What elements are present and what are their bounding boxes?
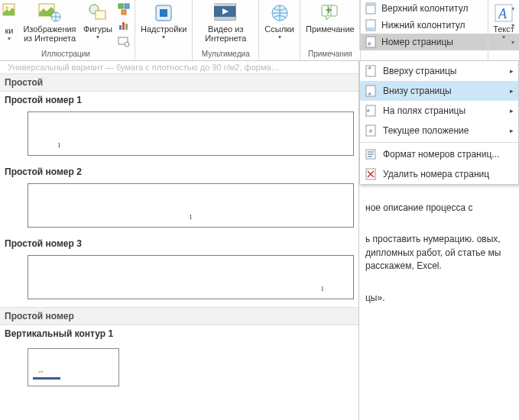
svg-rect-11 bbox=[125, 24, 128, 30]
chart-button[interactable] bbox=[117, 18, 131, 32]
pn-top-of-page[interactable]: # Вверху страницы ▸ bbox=[360, 61, 518, 81]
online-video-icon bbox=[214, 3, 237, 23]
header-icon bbox=[365, 2, 378, 15]
svg-rect-15 bbox=[160, 9, 167, 17]
svg-rect-23 bbox=[366, 3, 375, 6]
screenshot-button[interactable] bbox=[117, 34, 131, 48]
gallery-category-simple: Простой bbox=[0, 73, 358, 92]
svg-text:#: # bbox=[369, 128, 372, 134]
comment-icon: + bbox=[320, 3, 340, 23]
pn-current-position[interactable]: # Текущее положение ▸ bbox=[360, 121, 518, 141]
online-pictures-button[interactable]: Изображения из Интернета bbox=[20, 0, 79, 44]
text-icon: A bbox=[494, 3, 514, 23]
chart-icon bbox=[118, 19, 130, 31]
thumb-vertical-contour-1: 1 bbox=[28, 348, 119, 386]
links-icon bbox=[270, 3, 290, 23]
doc-line-1: ное описание процесса с bbox=[365, 202, 518, 215]
thumb-simple-2: 1 bbox=[28, 183, 354, 228]
addins-icon bbox=[154, 3, 174, 23]
doc-line-2: ь проставить нумерацию. овых, дипломных … bbox=[365, 233, 518, 273]
thumb-simple-3: 1 bbox=[28, 255, 354, 299]
gallery-option-3[interactable]: Простой номер 3 1 bbox=[0, 235, 358, 307]
addins-button[interactable]: Надстройки ▾ bbox=[138, 0, 189, 42]
multimedia-caption: Мультимедиа bbox=[202, 50, 250, 59]
illustrations-caption: Иллюстрации bbox=[41, 50, 90, 59]
svg-rect-5 bbox=[96, 11, 105, 19]
svg-rect-6 bbox=[118, 4, 123, 8]
svg-rect-9 bbox=[119, 25, 122, 30]
svg-point-1 bbox=[5, 6, 8, 9]
text-button[interactable]: A Текст ▾ bbox=[488, 0, 519, 42]
svg-rect-7 bbox=[125, 4, 129, 8]
footer-icon bbox=[365, 19, 378, 31]
svg-rect-25 bbox=[366, 27, 375, 31]
page-number-gallery: Универсальный вариант — бумага с плотнос… bbox=[0, 61, 359, 420]
pn-remove[interactable]: Удалить номера страниц bbox=[360, 164, 518, 184]
screenshot-icon bbox=[118, 35, 130, 47]
svg-rect-17 bbox=[214, 3, 235, 6]
svg-text:+: + bbox=[326, 4, 332, 16]
document-body-peek: ное описание процесса с ь проставить нум… bbox=[365, 183, 518, 323]
page-number-icon: # bbox=[365, 36, 378, 48]
online-video-button[interactable]: Видео из Интернета bbox=[196, 0, 255, 44]
svg-rect-18 bbox=[214, 17, 235, 20]
page-bottom-icon: # bbox=[365, 85, 378, 97]
gallery-option-2[interactable]: Простой номер 2 1 bbox=[0, 163, 358, 235]
doc-line-3: цы». bbox=[365, 292, 518, 305]
text-group: A Текст ▾ bbox=[488, 0, 519, 61]
svg-rect-8 bbox=[122, 10, 126, 15]
pn-format[interactable]: Формат номеров страниц... bbox=[360, 144, 518, 164]
pn-bottom-of-page[interactable]: # Внизу страницы ▸ bbox=[360, 81, 518, 101]
comment-button[interactable]: + Примечание bbox=[303, 0, 357, 35]
format-icon bbox=[365, 148, 378, 160]
gallery-category-plain-number: Простой номер bbox=[0, 307, 358, 325]
comments-caption: Примечания bbox=[308, 50, 352, 59]
page-number-menu: # Вверху страницы ▸ # Внизу страницы ▸ #… bbox=[359, 61, 519, 185]
doc-truncated-line: Универсальный вариант — бумага с плотнос… bbox=[0, 61, 358, 73]
pictures-button[interactable]: ки ▾ bbox=[0, 0, 18, 44]
gallery-option-vc1[interactable]: Вертикальный контур 1 1 bbox=[0, 325, 358, 396]
pictures-icon bbox=[2, 3, 16, 24]
smartart-icon bbox=[118, 3, 130, 15]
smartart-button[interactable] bbox=[117, 2, 131, 16]
remove-icon bbox=[365, 168, 378, 180]
vc-accent-bar bbox=[33, 377, 60, 380]
current-position-icon: # bbox=[365, 124, 378, 137]
page-top-icon: # bbox=[365, 65, 378, 77]
page-margins-icon: # bbox=[365, 105, 378, 117]
svg-point-13 bbox=[125, 42, 129, 47]
links-button[interactable]: Ссылки ▾ bbox=[262, 0, 297, 42]
menu-separator bbox=[360, 142, 518, 143]
thumb-simple-1: 1 bbox=[28, 111, 354, 156]
svg-text:#: # bbox=[368, 40, 371, 47]
pn-page-margins[interactable]: # На полях страницы ▸ bbox=[360, 101, 518, 121]
svg-rect-10 bbox=[122, 22, 125, 30]
shapes-button[interactable]: Фигуры ▾ bbox=[81, 0, 115, 42]
svg-text:A: A bbox=[498, 6, 508, 21]
gallery-option-1[interactable]: Простой номер 1 1 bbox=[0, 92, 358, 163]
shapes-icon bbox=[88, 3, 108, 23]
online-pictures-icon bbox=[38, 3, 61, 23]
